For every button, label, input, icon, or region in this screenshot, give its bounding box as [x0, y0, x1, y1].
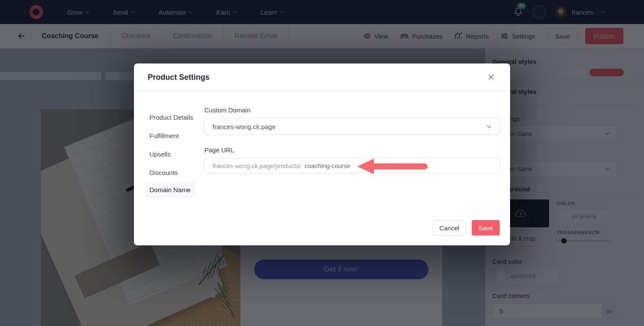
annotation-arrow-icon	[373, 163, 428, 169]
app-root: Grow Send Automate Earn Learn 24 frances	[0, 0, 644, 326]
annotation-arrow-icon	[357, 159, 374, 174]
close-icon[interactable]	[488, 74, 496, 82]
modal-nav-domain-name[interactable]: Domain Name	[146, 182, 195, 198]
cancel-button[interactable]: Cancel	[433, 220, 466, 235]
page-url-input[interactable]: frances-wong.ck.page/products/ coaching-…	[204, 158, 500, 174]
modal-nav-fulfillment[interactable]: Fulfillment	[146, 127, 195, 145]
modal-nav-upsells[interactable]: Upsells	[146, 145, 195, 163]
page-url-label: Page URL	[204, 146, 500, 154]
modal-nav-product-details[interactable]: Product Details	[146, 108, 195, 127]
modal-title: Product Settings	[148, 73, 210, 82]
custom-domain-label: Custom Domain	[204, 106, 500, 114]
modal-save-button[interactable]: Save	[472, 220, 500, 235]
page-url-prefix: frances-wong.ck.page/products/	[213, 163, 301, 169]
modal-nav: Product Details Fulfillment Upsells Disc…	[146, 108, 195, 198]
modal-header: Product Settings	[134, 63, 510, 92]
modal-nav-discounts[interactable]: Discounts	[146, 163, 195, 182]
chevron-down-icon	[487, 124, 492, 128]
page-url-value: coaching-course	[305, 163, 350, 169]
custom-domain-select[interactable]: frances-wong.ck.page	[204, 118, 500, 135]
product-settings-modal: Product Settings Product Details Fulfill…	[134, 63, 510, 245]
modal-fields: Custom Domain frances-wong.ck.page Page …	[204, 106, 500, 174]
